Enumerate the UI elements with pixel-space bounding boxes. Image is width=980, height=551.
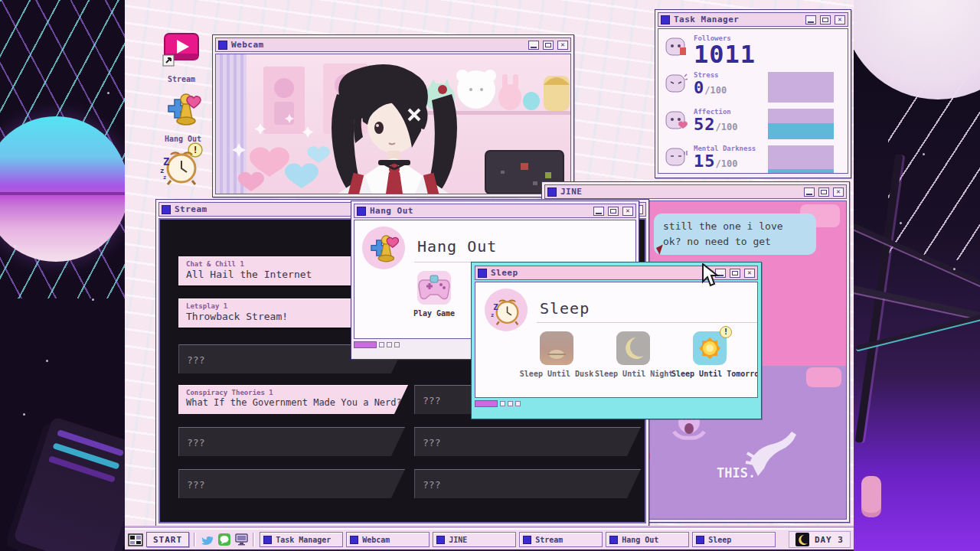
svg-text:Z: Z	[493, 302, 498, 312]
maximize-button[interactable]	[608, 207, 619, 216]
stream-option-locked[interactable]: ???	[414, 469, 641, 498]
sleep-option-label: Sleep Until Dusk	[518, 370, 595, 378]
window-icon	[350, 536, 358, 544]
stream-option-locked[interactable]: ???	[414, 427, 641, 456]
start-button[interactable]: START	[146, 532, 189, 547]
hang-out-header-icon	[362, 227, 405, 269]
window-icon	[357, 207, 366, 216]
taskbar-button-stream[interactable]: Stream	[519, 532, 603, 547]
desktop-icon-label: Stream	[157, 75, 206, 83]
minimize-button[interactable]	[593, 207, 604, 216]
hang-out-heading: Hang Out	[417, 237, 497, 256]
hang-out-titlebar[interactable]: Hang Out	[354, 204, 636, 218]
stream-title-text: ???	[187, 354, 204, 367]
play-game-label: Play Game	[396, 309, 472, 318]
divider	[537, 322, 757, 323]
sticker-partial	[806, 367, 841, 387]
desktop-icon-hang-out[interactable]: Hang Out	[158, 89, 207, 143]
start-logo-icon	[128, 532, 143, 547]
svg-text:z: z	[491, 312, 494, 318]
task-manager-titlebar[interactable]: Task Manager	[658, 12, 848, 27]
jine-titlebar[interactable]: JINE	[544, 184, 847, 199]
minimize-button[interactable]	[804, 187, 815, 197]
stream-option-locked[interactable]: ???	[178, 469, 405, 498]
window-icon	[661, 15, 670, 24]
window-title: JINE	[560, 187, 583, 196]
taskbar-button-task-manager[interactable]: Task Manager	[260, 532, 343, 547]
stat-value: 52	[694, 115, 716, 134]
task-manager-window: Task Manager Followers 1011	[655, 9, 851, 178]
play-game-option[interactable]: Play Game	[396, 271, 472, 318]
maximize-button[interactable]	[730, 269, 740, 278]
window-icon	[218, 41, 227, 50]
game-controller-icon	[417, 271, 451, 305]
desktop-icon-stream[interactable]: Stream	[157, 31, 206, 83]
sleep-heading: Sleep	[540, 299, 590, 318]
sleep-content: Z z Sleep Sleep Until Dusk	[475, 282, 758, 398]
window-title: Webcam	[231, 41, 264, 49]
window-icon	[162, 205, 171, 214]
stream-option-locked[interactable]: ???	[178, 427, 405, 456]
maximize-button[interactable]	[818, 187, 829, 197]
window-icon	[696, 536, 704, 544]
night-icon	[616, 331, 650, 365]
followers-face-icon	[665, 35, 688, 57]
svg-text:!: !	[192, 145, 198, 155]
stat-value: 0	[694, 78, 704, 97]
minimize-button[interactable]	[528, 41, 539, 50]
webcam-scene	[216, 54, 571, 194]
system-tray: DAY 3	[789, 531, 851, 548]
taskbar-separator	[253, 533, 255, 546]
stress-face-icon	[665, 72, 688, 93]
desktop-show-icon[interactable]	[234, 533, 248, 546]
bubble-tail	[649, 241, 663, 255]
message-line: ok? no need to get	[663, 234, 807, 249]
webcam-titlebar[interactable]: Webcam	[215, 37, 571, 52]
sleep-until-dusk-option[interactable]: Sleep Until Dusk	[518, 331, 595, 378]
sleep-option-label: Sleep Until Tomorrow	[671, 370, 748, 378]
desktop-icon-sleep[interactable]: ! Z z z	[155, 142, 204, 194]
sleep-until-night-option[interactable]: Sleep Until Night	[595, 331, 671, 378]
svg-text:z: z	[160, 167, 164, 174]
stream-title-text: ???	[187, 479, 204, 491]
window-title: Task Manager	[674, 15, 739, 24]
sticker-this[interactable]: THIS.	[717, 465, 756, 481]
stat-suffix: /100	[704, 85, 727, 96]
close-button[interactable]	[557, 41, 568, 50]
taskbar-button-hang-out[interactable]: Hang Out	[606, 532, 689, 547]
taskbar-button-label: Task Manager	[276, 536, 331, 544]
stat-affection: Affection 52/100	[665, 109, 841, 133]
mental-darkness-bar	[768, 145, 834, 173]
taskbar-button-jine[interactable]: JINE	[433, 532, 516, 547]
stars	[854, 0, 980, 551]
svg-text:z: z	[163, 174, 166, 181]
minimize-button[interactable]	[805, 15, 816, 24]
close-button[interactable]	[835, 15, 845, 24]
taskbar-button-webcam[interactable]: Webcam	[346, 532, 430, 547]
sleep-until-tomorrow-option[interactable]: ! Sleep Until Tomorrow	[671, 331, 748, 378]
stream-category: Conspiracy Theories 1	[186, 389, 402, 397]
start-label: START	[153, 535, 182, 545]
stream-option-conspiracy[interactable]: Conspiracy Theories 1 What If the Govern…	[178, 385, 408, 414]
desktop: Stream Hang Out ! Z z	[125, 0, 854, 551]
stat-suffix: /100	[716, 158, 738, 169]
maximize-button[interactable]	[543, 41, 554, 50]
window-icon	[263, 536, 272, 544]
chat-app-icon[interactable]	[217, 533, 231, 546]
alert-badge: !	[720, 326, 732, 338]
svg-text:Z: Z	[163, 155, 169, 168]
tweeter-icon[interactable]	[201, 533, 214, 546]
mouse-cursor	[701, 263, 720, 288]
taskbar-button-label: Sleep	[708, 536, 731, 544]
message-line: still the one i love	[663, 219, 807, 234]
stream-title-text: ???	[423, 395, 440, 407]
game-screen: Stream Hang Out ! Z z	[0, 0, 980, 551]
close-button[interactable]	[833, 187, 844, 197]
window-title: Stream	[175, 205, 207, 214]
close-button[interactable]	[744, 269, 755, 278]
maximize-button[interactable]	[820, 15, 831, 24]
taskbar-button-sleep[interactable]: Sleep	[692, 532, 776, 547]
tomorrow-sun-icon: !	[693, 331, 727, 365]
dusk-icon	[540, 331, 573, 365]
close-button[interactable]	[622, 207, 633, 216]
